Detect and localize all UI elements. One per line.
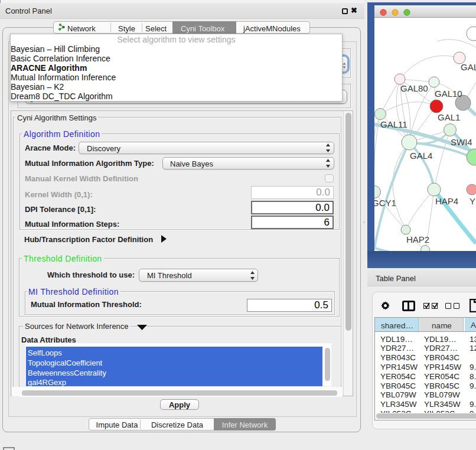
svg-text:HAP4: HAP4	[435, 196, 458, 206]
svg-text:YBR: YBR	[470, 196, 476, 206]
svg-text:GAL10: GAL10	[435, 89, 462, 99]
svg-text:GAL7: GAL7	[461, 62, 476, 72]
svg-text:GAL11: GAL11	[380, 119, 407, 129]
svg-text:GAL4: GAL4	[410, 151, 432, 161]
svg-text:GAL80: GAL80	[400, 83, 428, 93]
svg-text:HAP2: HAP2	[406, 234, 429, 244]
svg-text:GAL1: GAL1	[438, 112, 460, 122]
svg-text:SWI4: SWI4	[451, 137, 472, 147]
svg-text:GCY1: GCY1	[374, 198, 396, 208]
